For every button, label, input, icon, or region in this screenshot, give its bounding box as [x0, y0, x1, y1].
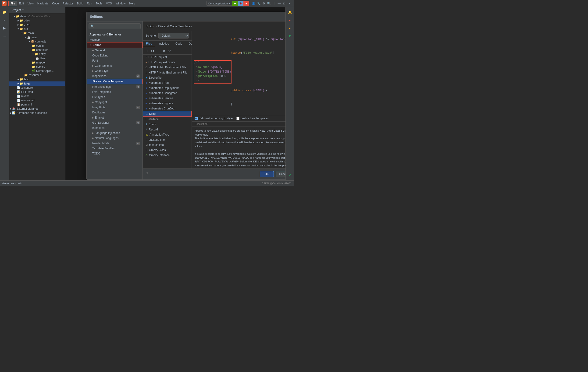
sidebar-commit-icon[interactable]: ✓ — [1, 17, 8, 23]
nav-inspections[interactable]: Inspections ⚙ — [87, 73, 143, 79]
template-record[interactable]: R Record — [143, 127, 191, 132]
nav-natural-languages[interactable]: ▶ Natural Languages — [87, 136, 143, 141]
tree-root[interactable]: ▼ 📁 demo C:\Code\Idea Work... — [9, 14, 65, 19]
sidebar-run-icon[interactable]: ▶ — [1, 25, 8, 31]
template-annotation[interactable]: @ AnnotationType — [143, 132, 191, 137]
menu-tools[interactable]: Tools — [94, 1, 104, 6]
scheme-select[interactable]: Default — [158, 33, 189, 39]
tree-comevjy[interactable]: ▼ 📦 com.evjy — [9, 40, 65, 44]
menu-run[interactable]: Run — [85, 1, 94, 6]
tree-target[interactable]: ▶ 📁 target — [9, 81, 65, 86]
menu-file[interactable]: File — [8, 1, 17, 6]
settings-search-input[interactable] — [89, 23, 141, 29]
nav-live-templates[interactable]: Live Templates — [87, 89, 143, 94]
toolbar-icon-user[interactable]: 👤 — [251, 1, 256, 6]
template-k8s-service[interactable]: ⎈ Kubernetes Service — [143, 96, 191, 101]
template-groovy-class[interactable]: G Groovy Class — [143, 148, 191, 153]
add-child-btn[interactable]: +▼ — [150, 48, 155, 53]
nav-emmet[interactable]: ▶ Emmet — [87, 115, 143, 120]
run-button[interactable]: ▶ — [232, 1, 238, 6]
tree-demoapplication[interactable]: 🌿 DemoApplic... — [9, 69, 65, 73]
tab-code[interactable]: Code — [172, 40, 186, 47]
reformat-checkbox[interactable] — [195, 117, 198, 120]
toolbar-icon-tools[interactable]: 🔧 — [256, 1, 261, 6]
menu-build[interactable]: Build — [75, 1, 85, 6]
tree-user[interactable]: ☕ User — [9, 56, 65, 60]
tab-includes[interactable]: Includes — [155, 40, 172, 47]
template-groovy-interface[interactable]: G Groovy Interface — [143, 153, 191, 158]
debug-button[interactable]: 🐞 — [238, 1, 243, 6]
nav-gui-designer[interactable]: GUI Designer ⚙ — [87, 120, 143, 125]
nav-file-types[interactable]: File Types — [87, 94, 143, 100]
template-http-public[interactable]: {} HTTP Public Environment File — [143, 65, 191, 70]
nav-inlay-hints[interactable]: Inlay Hints ⚙ — [87, 105, 143, 110]
template-http-request[interactable]: ≡ HTTP Request — [143, 55, 191, 60]
project-dropdown-icon[interactable]: ▾ — [22, 8, 24, 12]
nav-intentions[interactable]: Intentions — [87, 125, 143, 131]
tree-mvn[interactable]: ▶ 📁 .mvn — [9, 23, 65, 27]
error-icon[interactable]: ● — [287, 17, 293, 23]
maximize-button[interactable]: □ — [282, 1, 287, 6]
tree-idea[interactable]: ▶ 📁 .idea — [9, 19, 65, 23]
demo-app-selector[interactable]: DemoApplication ▾ — [206, 1, 232, 6]
tree-config[interactable]: 📁 config — [9, 44, 65, 48]
sidebar-project-icon[interactable]: 📁 — [1, 9, 8, 15]
menu-window[interactable]: Window — [114, 1, 127, 6]
tree-controller[interactable]: 📁 controller — [9, 48, 65, 52]
tree-mvnw[interactable]: 📄 mvnw — [9, 94, 65, 98]
code-editor[interactable]: #if (${PACKAGE_NAME} && ${PACKAGE_NAME} … — [192, 31, 285, 115]
tree-help[interactable]: 📝 HELP.md — [9, 90, 65, 94]
tree-java[interactable]: ▼ ☕ java — [9, 35, 65, 40]
notifications-icon[interactable]: 🔔 — [287, 9, 293, 15]
nav-code-style[interactable]: ▶ Code Style — [87, 68, 143, 73]
toolbar-icon-search[interactable]: 🔍 — [266, 1, 272, 6]
nav-editor[interactable]: ▼ Editor — [87, 42, 143, 48]
tree-mapper[interactable]: 📁 mapper — [9, 60, 65, 65]
template-k8s-ingress[interactable]: ⎈ Kubernetes Ingress — [143, 101, 191, 106]
live-templates-checkbox[interactable] — [236, 117, 240, 120]
cancel-button[interactable]: Cancel — [276, 171, 285, 177]
template-k8s-pod[interactable]: ⎈ Kubernetes Pod — [143, 80, 191, 85]
nav-color-scheme[interactable]: ▶ Color Scheme — [87, 63, 143, 68]
tree-pomxml[interactable]: 📋 pom.xml — [9, 102, 65, 107]
template-k8s-configmap[interactable]: ⎈ Kubernetes ConfigMap — [143, 90, 191, 96]
right-terminal-icon[interactable]: V — [287, 172, 293, 179]
menu-view[interactable]: View — [26, 1, 35, 6]
menu-vcs[interactable]: VCS — [104, 1, 114, 6]
template-module-info[interactable]: M module-info — [143, 142, 191, 148]
nav-copyright[interactable]: ▶ Copyright — [87, 100, 143, 105]
nav-file-encodings[interactable]: File Encodings ⚙ — [87, 84, 143, 89]
nav-todo[interactable]: TODO — [87, 151, 143, 156]
template-k8s-cronjob[interactable]: ⎈ Kubernetes CronJob — [143, 106, 191, 111]
tree-scratches[interactable]: ▶ 📝 Scratches and Consoles — [9, 111, 65, 115]
template-http-private[interactable]: {} HTTP Private Environment File — [143, 70, 191, 75]
template-k8s-deployment[interactable]: ⎈ Kubernetes Deployment — [143, 85, 191, 90]
menu-refactor[interactable]: Refactor — [61, 1, 75, 6]
remove-template-btn[interactable]: − — [156, 48, 161, 53]
reset-template-btn[interactable]: ↺ — [167, 48, 172, 53]
template-class[interactable]: C Class — [143, 111, 191, 117]
template-package-info[interactable]: P package-info — [143, 137, 191, 142]
nav-lang-injections[interactable]: ▶ Language Injections — [87, 131, 143, 136]
nav-file-code-templates[interactable]: File and Code Templates — [87, 79, 143, 84]
menu-code[interactable]: Code — [50, 1, 61, 6]
tree-external-libs[interactable]: ▶ 📚 External Libraries — [9, 107, 65, 111]
sidebar-more-icon[interactable]: ··· — [1, 33, 8, 39]
nav-font[interactable]: Font — [87, 58, 143, 63]
copy-template-btn[interactable]: ⧉ — [161, 48, 167, 53]
template-http-scratch[interactable]: ≡ HTTP Request Scratch — [143, 60, 191, 65]
menu-navigate[interactable]: Navigate — [35, 1, 50, 6]
minimize-button[interactable]: — — [277, 1, 282, 6]
toolbar-icon-more[interactable]: ⋮ — [272, 1, 277, 6]
tree-entity[interactable]: ▼ 📁 entity — [9, 52, 65, 56]
toolbar-icon-settings[interactable]: ⚙ — [261, 1, 266, 6]
live-templates-checkbox-label[interactable]: Enable Live Templates — [236, 117, 269, 120]
template-dockerfile[interactable]: ✦ Dockerfile — [143, 75, 191, 80]
tree-resources[interactable]: 📂 resources — [9, 73, 65, 77]
stop-button[interactable]: ■ — [243, 1, 249, 6]
tree-main[interactable]: ▼ 📂 main — [9, 31, 65, 35]
tab-files[interactable]: Files — [143, 40, 155, 47]
tree-gitignore[interactable]: 📄 .gitignore — [9, 86, 65, 90]
nav-textmate[interactable]: TextMate Bundles — [87, 146, 143, 151]
nav-appearance[interactable]: Appearance & Behavior — [87, 32, 143, 37]
